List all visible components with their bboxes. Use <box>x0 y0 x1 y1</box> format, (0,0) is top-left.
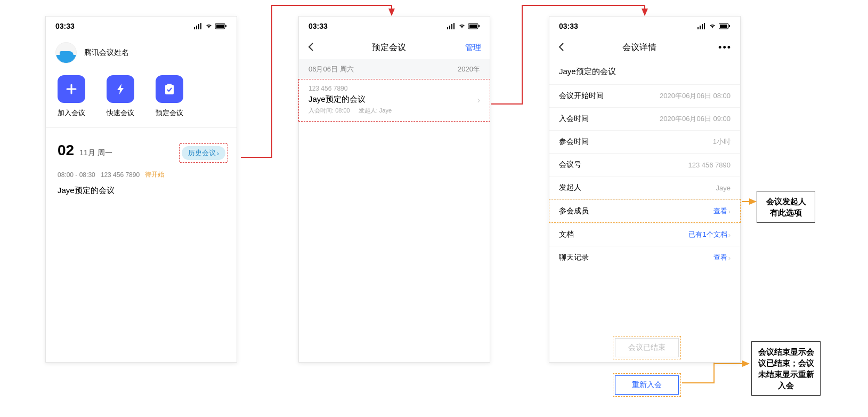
chevron-right-icon: › <box>728 231 731 239</box>
quick-label: 快速会议 <box>107 108 134 118</box>
clock: 03:33 <box>559 22 578 30</box>
screen-schedule-list: 03:33 预定会议 管理 06月06日 周六 2020年 123 456 78… <box>298 16 490 363</box>
svg-rect-8 <box>167 84 172 86</box>
nav-title: 预定会议 <box>318 42 460 53</box>
btn-rejoin-wrap: 重新入会 <box>613 373 681 397</box>
meeting-title[interactable]: Jaye预定的会议 <box>46 181 237 200</box>
row-chat[interactable]: 聊天记录查看› <box>549 246 740 269</box>
clipboard-icon <box>156 75 183 103</box>
card-meeting-sub: 入会时间: 08:00 发起人: Jaye <box>309 107 480 115</box>
meeting-card-highlight: 123 456 7890 Jaye预定的会议 入会时间: 08:00 发起人: … <box>298 79 490 122</box>
clock: 03:33 <box>309 22 328 30</box>
section-date: 06月06日 周六 <box>309 65 354 74</box>
svg-rect-6 <box>225 25 226 27</box>
svg-rect-2 <box>198 24 199 29</box>
svg-rect-22 <box>729 25 730 27</box>
date-day: 02 <box>58 142 74 159</box>
svg-rect-9 <box>447 27 448 29</box>
nav-title: 会议详情 <box>569 42 710 53</box>
annotation-members: 会议发起人有此选项 <box>757 191 815 223</box>
meeting-card[interactable]: 123 456 7890 Jaye预定的会议 入会时间: 08:00 发起人: … <box>299 79 490 121</box>
schedule-meeting-button[interactable]: 预定会议 <box>156 75 183 118</box>
status-bar: 03:33 <box>299 17 490 36</box>
nav-bar: 会议详情 ••• <box>549 36 740 59</box>
chevron-right-icon: › <box>217 149 219 157</box>
signal-icon <box>447 23 456 29</box>
nav-bar: 预定会议 管理 <box>299 36 490 59</box>
chevron-right-icon: › <box>728 207 731 215</box>
section-year: 2020年 <box>458 65 480 74</box>
status-icons <box>447 23 480 29</box>
svg-rect-1 <box>196 26 197 29</box>
screen-home: 03:33 腾讯会议姓名 加入会议 快速会议 预定会议 02 11月 周一 <box>45 16 237 363</box>
detail-meeting-title: Jaye预定的会议 <box>549 59 740 84</box>
manage-button[interactable]: 管理 <box>460 43 481 53</box>
battery-icon <box>215 23 227 29</box>
wifi-icon <box>708 23 717 29</box>
rejoin-button[interactable]: 重新入会 <box>615 375 679 395</box>
row-start-time: 会议开始时间2020年06月06日 08:00 <box>549 84 740 107</box>
row-meeting-id: 会议号123 456 7890 <box>549 153 740 176</box>
back-button[interactable] <box>307 42 318 53</box>
svg-rect-17 <box>700 26 701 29</box>
svg-rect-11 <box>451 24 452 29</box>
date-sub: 11月 周一 <box>79 148 112 158</box>
history-meetings-button[interactable]: 历史会议 › <box>182 146 225 160</box>
bolt-icon <box>107 75 134 103</box>
svg-rect-3 <box>200 23 201 29</box>
history-label: 历史会议 <box>188 148 216 158</box>
row-host: 发起人Jaye <box>549 176 740 199</box>
meeting-status: 待开始 <box>145 170 164 179</box>
battery-icon <box>719 23 731 29</box>
screen-meeting-detail: 03:33 会议详情 ••• Jaye预定的会议 会议开始时间2020年06月0… <box>549 16 741 363</box>
back-button[interactable] <box>558 42 569 53</box>
section-header: 06月06日 周六 2020年 <box>299 59 490 79</box>
annotation-buttons: 会议结束显示会议已结束；会议未结束显示重新入会 <box>751 341 821 396</box>
chevron-right-icon: › <box>728 254 731 262</box>
join-meeting-button[interactable]: 加入会议 <box>58 75 85 118</box>
status-icons <box>194 23 227 29</box>
battery-icon <box>468 23 480 29</box>
divider <box>46 127 237 128</box>
status-icons <box>697 23 731 29</box>
schedule-label: 预定会议 <box>156 108 183 118</box>
members-highlight: 参会成员查看› <box>549 199 741 223</box>
join-label: 加入会议 <box>58 108 85 118</box>
row-docs[interactable]: 文档已有1个文档› <box>549 223 740 246</box>
signal-icon <box>194 23 202 29</box>
btn-ended-wrap: 会议已结束 <box>613 336 681 359</box>
meeting-ended-button: 会议已结束 <box>615 338 679 357</box>
clock: 03:33 <box>55 22 75 30</box>
card-meeting-id: 123 456 7890 <box>309 85 480 92</box>
wifi-icon <box>205 23 213 29</box>
row-members[interactable]: 参会成员查看› <box>549 199 740 222</box>
card-meeting-title: Jaye预定的会议 <box>309 94 480 105</box>
svg-rect-5 <box>216 25 224 28</box>
status-bar: 03:33 <box>46 17 237 36</box>
svg-rect-10 <box>449 26 450 29</box>
signal-icon <box>697 23 706 29</box>
svg-rect-12 <box>453 23 455 29</box>
svg-rect-19 <box>704 23 705 29</box>
date-row: 02 11月 周一 历史会议 › <box>46 133 237 168</box>
row-duration: 参会时间1小时 <box>549 130 740 153</box>
status-bar: 03:33 <box>549 17 740 36</box>
history-highlight: 历史会议 › <box>179 143 228 163</box>
plus-icon <box>58 75 85 103</box>
svg-rect-0 <box>194 27 195 29</box>
avatar[interactable] <box>55 42 77 63</box>
svg-rect-14 <box>469 25 477 28</box>
meeting-time: 08:00 - 08:30 <box>58 171 95 179</box>
chevron-right-icon: › <box>477 95 480 105</box>
more-button[interactable]: ••• <box>710 42 732 53</box>
svg-rect-16 <box>697 27 699 29</box>
svg-rect-18 <box>702 24 703 29</box>
quick-meeting-button[interactable]: 快速会议 <box>107 75 134 118</box>
home-header: 腾讯会议姓名 <box>46 36 237 73</box>
meeting-meta: 08:00 - 08:30 123 456 7890 待开始 <box>46 168 237 181</box>
user-name: 腾讯会议姓名 <box>84 48 129 58</box>
svg-rect-15 <box>478 25 480 27</box>
wifi-icon <box>458 23 466 29</box>
row-join-time: 入会时间2020年06月06日 09:00 <box>549 107 740 130</box>
meeting-id: 123 456 7890 <box>101 171 140 179</box>
